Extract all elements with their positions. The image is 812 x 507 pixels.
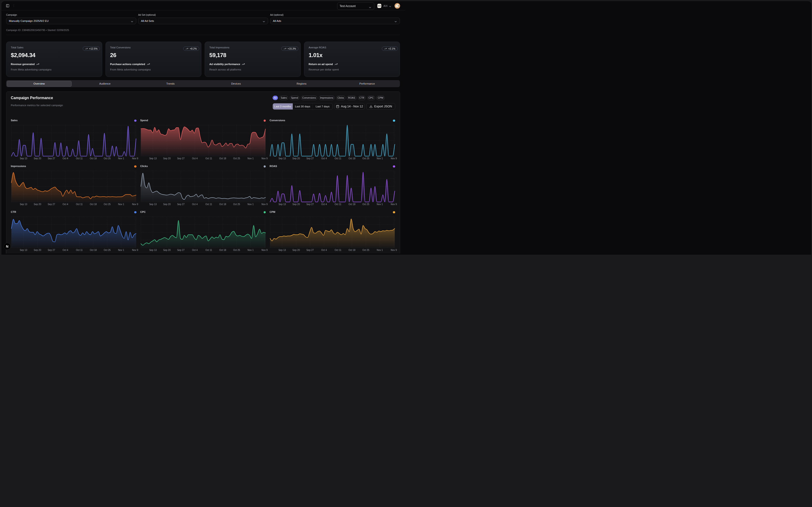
svg-text:Nov 1: Nov 1 — [247, 157, 254, 160]
svg-text:Sep 20: Sep 20 — [34, 157, 41, 160]
svg-text:Nov 9: Nov 9 — [262, 249, 268, 251]
svg-text:Sep 20: Sep 20 — [163, 203, 171, 206]
svg-text:Oct 25: Oct 25 — [104, 203, 111, 206]
svg-text:Sep 27: Sep 27 — [48, 203, 55, 206]
svg-text:Oct 18: Oct 18 — [90, 157, 97, 160]
svg-text:Oct 18: Oct 18 — [348, 203, 355, 206]
svg-text:Oct 4: Oct 4 — [321, 157, 327, 160]
svg-text:Sep 27: Sep 27 — [177, 249, 185, 251]
svg-text:Sep 27: Sep 27 — [48, 157, 55, 160]
svg-text:Nov 9: Nov 9 — [391, 157, 397, 160]
svg-text:Nov 9: Nov 9 — [132, 157, 138, 160]
svg-text:Oct 25: Oct 25 — [362, 203, 369, 206]
svg-text:Nov 1: Nov 1 — [377, 249, 383, 251]
svg-text:Sep 13: Sep 13 — [278, 249, 286, 251]
svg-text:Nov 1: Nov 1 — [118, 157, 124, 160]
svg-text:Oct 18: Oct 18 — [348, 249, 355, 251]
svg-text:Oct 25: Oct 25 — [233, 203, 240, 206]
svg-text:Oct 11: Oct 11 — [206, 249, 212, 251]
svg-text:Oct 4: Oct 4 — [62, 203, 68, 206]
svg-text:Oct 25: Oct 25 — [104, 249, 111, 251]
svg-text:Oct 4: Oct 4 — [192, 249, 197, 251]
svg-text:Nov 1: Nov 1 — [377, 203, 383, 206]
svg-text:Sep 20: Sep 20 — [163, 157, 171, 160]
svg-text:Oct 4: Oct 4 — [321, 203, 327, 206]
svg-text:Nov 9: Nov 9 — [262, 157, 268, 160]
svg-text:Oct 18: Oct 18 — [219, 157, 226, 160]
svg-text:Sep 13: Sep 13 — [20, 249, 27, 251]
svg-text:Sep 13: Sep 13 — [149, 157, 157, 160]
svg-text:Sep 20: Sep 20 — [163, 249, 171, 251]
svg-text:Nov 9: Nov 9 — [391, 203, 397, 206]
svg-text:Sep 13: Sep 13 — [20, 157, 27, 160]
svg-text:Sep 13: Sep 13 — [20, 203, 27, 206]
svg-text:Oct 4: Oct 4 — [62, 157, 68, 160]
svg-text:Oct 4: Oct 4 — [62, 249, 68, 251]
svg-text:Nov 9: Nov 9 — [262, 203, 268, 206]
svg-text:Nov 9: Nov 9 — [132, 249, 138, 251]
svg-text:Sep 20: Sep 20 — [293, 249, 300, 251]
svg-text:Nov 1: Nov 1 — [118, 249, 124, 251]
svg-text:Oct 11: Oct 11 — [335, 203, 341, 206]
svg-text:Oct 25: Oct 25 — [233, 157, 240, 160]
svg-text:Sep 27: Sep 27 — [177, 157, 185, 160]
svg-text:Nov 1: Nov 1 — [247, 249, 254, 251]
svg-text:Sep 27: Sep 27 — [306, 203, 314, 206]
svg-text:Nov 9: Nov 9 — [391, 249, 397, 251]
svg-text:Oct 25: Oct 25 — [104, 157, 111, 160]
svg-text:Oct 18: Oct 18 — [348, 157, 355, 160]
svg-text:Sep 27: Sep 27 — [306, 249, 314, 251]
svg-text:Oct 25: Oct 25 — [233, 249, 240, 251]
svg-text:Oct 4: Oct 4 — [321, 249, 327, 251]
svg-text:Nov 1: Nov 1 — [118, 203, 124, 206]
svg-text:Oct 11: Oct 11 — [335, 249, 341, 251]
svg-text:Sep 20: Sep 20 — [293, 203, 300, 206]
svg-text:Oct 4: Oct 4 — [192, 157, 197, 160]
svg-text:Sep 20: Sep 20 — [34, 249, 41, 251]
svg-text:Oct 11: Oct 11 — [206, 157, 212, 160]
svg-text:Nov 9: Nov 9 — [132, 203, 138, 206]
svg-text:Sep 13: Sep 13 — [278, 203, 286, 206]
svg-text:Sep 27: Sep 27 — [306, 157, 314, 160]
svg-text:Sep 27: Sep 27 — [177, 203, 185, 206]
svg-text:Nov 1: Nov 1 — [377, 157, 383, 160]
svg-text:Sep 13: Sep 13 — [149, 203, 157, 206]
svg-text:Oct 11: Oct 11 — [76, 249, 83, 251]
svg-text:Oct 11: Oct 11 — [206, 203, 212, 206]
svg-text:Oct 18: Oct 18 — [219, 249, 226, 251]
svg-text:Nov 1: Nov 1 — [247, 203, 254, 206]
svg-text:Oct 18: Oct 18 — [90, 249, 97, 251]
svg-text:Sep 13: Sep 13 — [149, 249, 157, 251]
svg-text:Oct 18: Oct 18 — [90, 203, 97, 206]
svg-text:Oct 4: Oct 4 — [192, 203, 197, 206]
svg-text:Sep 20: Sep 20 — [293, 157, 300, 160]
svg-text:Oct 11: Oct 11 — [335, 157, 341, 160]
svg-text:Oct 18: Oct 18 — [219, 203, 226, 206]
svg-text:Oct 11: Oct 11 — [76, 157, 83, 160]
svg-text:Oct 11: Oct 11 — [76, 203, 83, 206]
svg-text:Oct 25: Oct 25 — [362, 157, 369, 160]
svg-text:Sep 13: Sep 13 — [278, 157, 286, 160]
svg-text:Sep 20: Sep 20 — [34, 203, 41, 206]
svg-text:Oct 25: Oct 25 — [362, 249, 369, 251]
svg-text:Sep 27: Sep 27 — [48, 249, 55, 251]
